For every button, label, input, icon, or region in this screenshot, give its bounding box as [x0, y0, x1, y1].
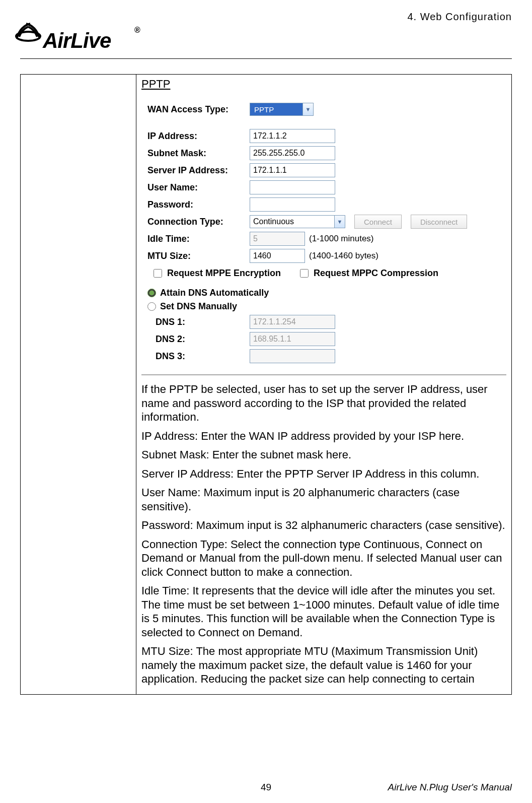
- svg-text:®: ®: [134, 26, 140, 34]
- dns1-label: DNS 1:: [141, 317, 250, 327]
- password-label: Password:: [141, 199, 250, 210]
- dns-auto-radio[interactable]: [147, 289, 156, 297]
- encryption-row: Request MPPE Encryption Request MPPC Com…: [141, 268, 506, 279]
- wan-access-type-select[interactable]: PPTP ▼: [250, 103, 314, 116]
- wan-access-type-label: WAN Access Type:: [141, 104, 250, 115]
- desc-p4: Server IP Address: Enter the PPTP Server…: [141, 467, 506, 481]
- svg-text:AirLive: AirLive: [42, 29, 111, 52]
- dns3-row: DNS 3:: [141, 349, 506, 363]
- ip-address-input[interactable]: [250, 129, 335, 143]
- user-name-label: User Name:: [141, 182, 250, 193]
- chapter-label: 4. Web Configuration: [407, 11, 512, 23]
- desc-p6: Password: Maximum input is 32 alphanumer…: [141, 518, 506, 532]
- mtu-size-hint: (1400-1460 bytes): [309, 251, 378, 261]
- desc-p5: User Name: Maximum input is 20 alphanume…: [141, 486, 506, 513]
- brand-logo: AirLive ®: [15, 20, 512, 58]
- subnet-mask-row: Subnet Mask:: [141, 146, 506, 160]
- connect-button[interactable]: Connect: [354, 215, 402, 229]
- idle-time-row: Idle Time: (1-1000 minutes): [141, 232, 506, 246]
- dns-manual-row: Set DNS Manually: [141, 301, 506, 312]
- dns-manual-radio[interactable]: [147, 302, 156, 311]
- user-name-input[interactable]: [250, 180, 335, 194]
- form-panel: WAN Access Type: PPTP ▼ IP Address: Subn…: [141, 95, 506, 375]
- dns-auto-label: Attain DNS Automatically: [160, 288, 269, 298]
- header-divider: [20, 58, 512, 59]
- server-ip-label: Server IP Address:: [141, 165, 250, 176]
- password-input[interactable]: [250, 197, 335, 212]
- chevron-down-icon: ▼: [334, 215, 345, 228]
- desc-p1: If the PPTP be selected, user has to set…: [141, 382, 506, 424]
- desc-p2: IP Address: Enter the WAN IP address pro…: [141, 429, 506, 443]
- mppc-checkbox[interactable]: [300, 269, 309, 278]
- wan-access-type-value: PPTP: [250, 103, 302, 116]
- page-footer: 49 AirLive N.Plug User's Manual: [20, 782, 512, 793]
- empty-left-cell: [21, 75, 136, 695]
- mtu-size-input[interactable]: [250, 249, 305, 263]
- user-name-row: User Name:: [141, 180, 506, 194]
- server-ip-row: Server IP Address:: [141, 163, 506, 177]
- brand-text: AirLive: [42, 29, 111, 52]
- connection-type-value: Continuous: [250, 215, 334, 228]
- disconnect-button[interactable]: Disconnect: [411, 215, 467, 229]
- mppc-label: Request MPPC Compression: [314, 268, 438, 279]
- connection-type-row: Connection Type: Continuous ▼ Connect Di…: [141, 215, 506, 229]
- manual-title: AirLive N.Plug User's Manual: [388, 782, 512, 793]
- mppe-checkbox[interactable]: [154, 269, 162, 278]
- wan-access-type-row: WAN Access Type: PPTP ▼: [141, 103, 506, 116]
- dns2-row: DNS 2:: [141, 332, 506, 346]
- desc-p8: Idle Time: It represents that the device…: [141, 584, 506, 639]
- connection-type-select[interactable]: Continuous ▼: [250, 215, 345, 228]
- dns3-input[interactable]: [250, 349, 335, 363]
- description-block: If the PPTP be selected, user has to set…: [141, 382, 506, 686]
- content-table: PPTP WAN Access Type: PPTP ▼ IP Address:…: [20, 74, 512, 695]
- idle-time-label: Idle Time:: [141, 234, 250, 244]
- content-cell: PPTP WAN Access Type: PPTP ▼ IP Address:…: [136, 75, 512, 695]
- ip-address-label: IP Address:: [141, 131, 250, 142]
- subnet-mask-label: Subnet Mask:: [141, 148, 250, 159]
- idle-time-hint: (1-1000 minutes): [309, 234, 374, 244]
- dns3-label: DNS 3:: [141, 351, 250, 362]
- desc-p3: Subnet Mask: Enter the subnet mask here.: [141, 448, 506, 462]
- desc-p9: MTU Size: The most appropriate MTU (Maxi…: [141, 644, 506, 686]
- idle-time-input[interactable]: [250, 232, 305, 246]
- mppe-label: Request MPPE Encryption: [167, 268, 281, 279]
- dns1-input[interactable]: [250, 315, 335, 329]
- server-ip-input[interactable]: [250, 163, 335, 177]
- dns-manual-label: Set DNS Manually: [160, 301, 237, 312]
- desc-p7: Connection Type: Select the connection t…: [141, 538, 506, 579]
- ip-address-row: IP Address:: [141, 129, 506, 143]
- dns1-row: DNS 1:: [141, 315, 506, 329]
- mtu-size-label: MTU Size:: [141, 251, 250, 261]
- dns-auto-row: Attain DNS Automatically: [141, 288, 506, 298]
- dns2-label: DNS 2:: [141, 334, 250, 345]
- mtu-size-row: MTU Size: (1400-1460 bytes): [141, 249, 506, 263]
- chevron-down-icon: ▼: [302, 103, 314, 116]
- subnet-mask-input[interactable]: [250, 146, 335, 160]
- page-number: 49: [261, 782, 271, 793]
- connection-type-label: Connection Type:: [141, 217, 250, 227]
- password-row: Password:: [141, 197, 506, 212]
- section-title: PPTP: [141, 78, 506, 91]
- dns2-input[interactable]: [250, 332, 335, 346]
